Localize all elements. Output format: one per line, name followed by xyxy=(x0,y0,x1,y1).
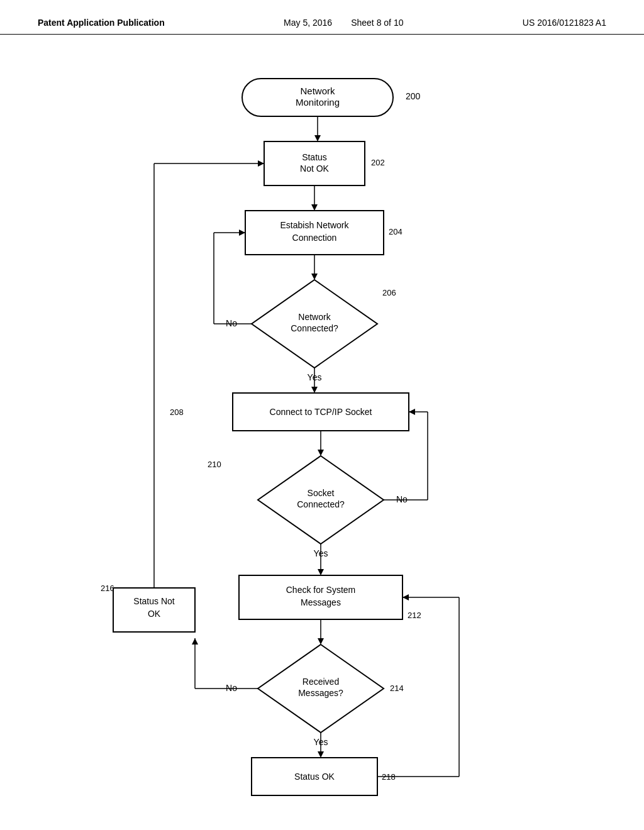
svg-text:Connection: Connection xyxy=(292,233,337,243)
svg-text:202: 202 xyxy=(371,158,385,167)
svg-text:No: No xyxy=(226,318,237,328)
page-header: Patent Application Publication May 5, 20… xyxy=(0,0,644,35)
svg-marker-11 xyxy=(311,204,318,211)
svg-marker-70 xyxy=(318,751,324,758)
svg-text:Check for System: Check for System xyxy=(286,585,355,595)
svg-text:Connect to TCP/IP Socket: Connect to TCP/IP Socket xyxy=(270,407,372,417)
svg-text:Status: Status xyxy=(302,152,327,162)
svg-text:Network: Network xyxy=(300,86,335,96)
svg-marker-60 xyxy=(192,638,198,645)
page: Patent Application Publication May 5, 20… xyxy=(0,0,644,830)
header-patent: US 2016/0121823 A1 xyxy=(523,18,606,28)
svg-marker-34 xyxy=(318,450,324,456)
svg-text:No: No xyxy=(226,683,237,693)
svg-text:Messages?: Messages? xyxy=(298,688,343,698)
svg-text:Estabish Network: Estabish Network xyxy=(280,220,350,230)
header-center: May 5, 2016 Sheet 8 of 10 xyxy=(284,18,403,28)
svg-text:210: 210 xyxy=(208,460,221,469)
svg-text:214: 214 xyxy=(390,683,404,693)
svg-marker-17 xyxy=(311,274,318,280)
svg-text:206: 206 xyxy=(382,288,396,297)
svg-text:Connected?: Connected? xyxy=(291,323,338,333)
svg-text:Socket: Socket xyxy=(308,488,335,498)
svg-marker-52 xyxy=(318,638,324,645)
svg-text:Received: Received xyxy=(303,677,339,687)
svg-text:Status OK: Status OK xyxy=(294,772,335,782)
svg-text:OK: OK xyxy=(148,609,161,619)
svg-text:Monitoring: Monitoring xyxy=(296,97,340,108)
svg-text:No: No xyxy=(396,494,408,504)
svg-marker-29 xyxy=(311,387,318,393)
header-sheet: Sheet 8 of 10 xyxy=(351,18,403,28)
svg-text:Network: Network xyxy=(298,312,331,322)
svg-marker-5 xyxy=(314,135,321,141)
svg-text:Status Not: Status Not xyxy=(133,596,174,606)
svg-marker-67 xyxy=(258,160,264,167)
flowchart-svg: Network Monitoring 200 Status Not OK 202… xyxy=(0,53,644,808)
svg-marker-77 xyxy=(402,594,409,600)
svg-text:200: 200 xyxy=(406,91,421,101)
header-date: May 5, 2016 xyxy=(284,18,332,28)
svg-marker-43 xyxy=(409,409,415,415)
svg-text:212: 212 xyxy=(408,611,421,620)
svg-text:Connected?: Connected? xyxy=(297,499,345,509)
svg-text:Not OK: Not OK xyxy=(300,163,330,174)
svg-text:216: 216 xyxy=(101,584,114,593)
flowchart-diagram: Network Monitoring 200 Status Not OK 202… xyxy=(0,53,644,808)
svg-text:Messages: Messages xyxy=(301,597,341,607)
header-publication-label: Patent Application Publication xyxy=(38,18,165,28)
svg-marker-46 xyxy=(318,569,324,575)
svg-text:208: 208 xyxy=(170,407,184,417)
svg-text:204: 204 xyxy=(389,227,402,236)
svg-marker-26 xyxy=(239,230,245,236)
